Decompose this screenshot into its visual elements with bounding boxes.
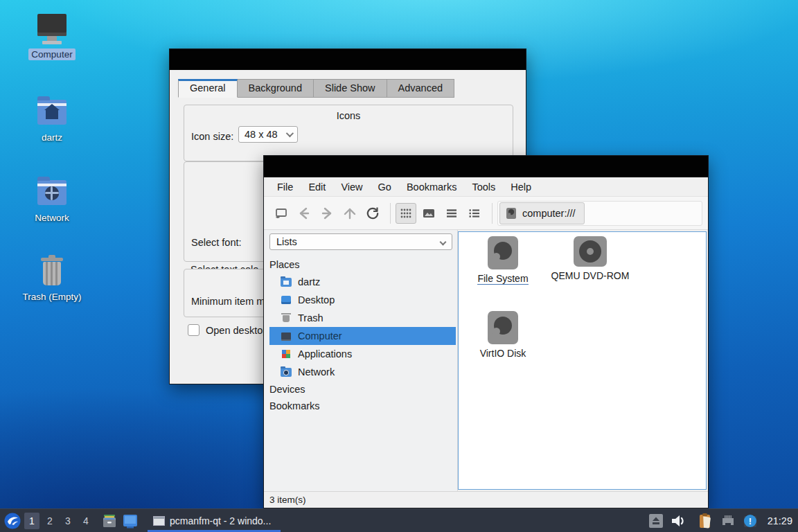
open-desktop-checkbox-row[interactable]: Open desktop xyxy=(188,324,268,336)
workspace-button-1[interactable]: 1 xyxy=(24,513,39,529)
up-icon[interactable] xyxy=(339,203,360,224)
dialog-titlebar[interactable] xyxy=(170,49,526,70)
home-folder-icon xyxy=(281,276,292,287)
trash-icon xyxy=(35,255,69,288)
forward-icon[interactable] xyxy=(317,203,337,224)
menu-bookmarks[interactable]: Bookmarks xyxy=(399,181,465,193)
workspace-button-4[interactable]: 4 xyxy=(78,513,94,529)
back-icon[interactable] xyxy=(294,203,314,224)
clock[interactable]: 21:29 xyxy=(768,515,792,526)
desktop-icon-trash[interactable]: Trash (Empty) xyxy=(14,255,90,303)
tab-advanced[interactable]: Advanced xyxy=(387,79,455,98)
desktop-icon-label: dartz xyxy=(39,132,65,143)
menu-edit[interactable]: Edit xyxy=(301,181,333,193)
window-titlebar[interactable] xyxy=(264,156,708,177)
tab-general[interactable]: General xyxy=(178,79,238,98)
sidebar-mode-combobox[interactable]: Lists xyxy=(269,233,452,250)
desktop-icon-home[interactable]: dartz xyxy=(14,96,90,143)
sidebar-item-computer[interactable]: Computer xyxy=(269,327,456,345)
thumbnail-view-icon[interactable] xyxy=(418,203,439,224)
minimum-item-margins-label: Minimum item m xyxy=(191,296,265,307)
tab-slide-show[interactable]: Slide Show xyxy=(314,79,387,98)
desktop-icon-computer[interactable]: Computer xyxy=(14,12,90,60)
detailed-list-view-icon[interactable] xyxy=(464,203,485,224)
network-folder-icon xyxy=(35,176,69,209)
sidebar-item-desktop[interactable]: Desktop xyxy=(269,291,457,309)
taskbar-window-button[interactable]: pcmanfm-qt - 2 windo... xyxy=(146,509,282,532)
lxqt-menu-icon[interactable] xyxy=(3,512,21,530)
hard-drive-icon xyxy=(488,236,518,269)
system-tray: ! 21:29 xyxy=(648,512,798,530)
file-item-qemu-dvd-rom[interactable]: QEMU DVD-ROM xyxy=(549,236,632,281)
volume-icon[interactable] xyxy=(669,512,687,530)
menu-view[interactable]: View xyxy=(333,181,370,193)
optical-disc-icon xyxy=(574,236,607,267)
window-icon xyxy=(153,516,165,526)
sidebar-item-trash[interactable]: Trash xyxy=(269,309,457,327)
sidebar-item-applications[interactable]: Applications xyxy=(269,345,457,363)
devices-header: Devices xyxy=(269,381,457,398)
tab-background[interactable]: Background xyxy=(238,79,314,98)
path-segment-button[interactable]: computer:/// xyxy=(499,202,585,224)
icon-view-icon[interactable] xyxy=(396,203,416,224)
network-folder-icon xyxy=(281,366,292,378)
sidebar-item-label: Applications xyxy=(298,348,352,360)
icons-groupbox: Icons Icon size: 48 x 48 xyxy=(184,105,513,161)
menu-file[interactable]: File xyxy=(269,181,301,193)
file-item-label: QEMU DVD-ROM xyxy=(551,270,630,281)
checkbox[interactable] xyxy=(188,324,200,336)
desktop: Computer dartz Network Trash (Empty) Gen… xyxy=(0,0,798,532)
places-header: Places xyxy=(269,256,457,273)
home-folder-icon xyxy=(35,96,69,129)
active-task-underline xyxy=(148,530,281,532)
menu-tools[interactable]: Tools xyxy=(464,181,503,193)
clipboard-icon[interactable] xyxy=(696,512,714,530)
desktop-launcher-icon[interactable] xyxy=(121,512,139,530)
compact-view-icon[interactable] xyxy=(441,203,462,224)
svg-text:!: ! xyxy=(749,516,752,526)
open-desktop-label: Open desktop xyxy=(206,325,268,336)
sidebar-item-label: Network xyxy=(298,366,335,378)
icon-size-label: Icon size: xyxy=(191,131,233,142)
path-text: computer:/// xyxy=(522,208,576,219)
chevron-down-icon xyxy=(285,130,293,137)
sidebar-item-label: Computer xyxy=(298,330,342,342)
desktop-icon-label: Network xyxy=(32,212,72,224)
toolbar-separator xyxy=(390,203,391,224)
path-bar[interactable]: computer:/// xyxy=(497,201,702,226)
file-manager-launcher-icon[interactable] xyxy=(100,512,118,530)
menu-go[interactable]: Go xyxy=(371,181,399,193)
sidebar-item-label: dartz xyxy=(298,276,320,287)
network-icon[interactable] xyxy=(719,512,737,530)
eject-icon[interactable] xyxy=(648,512,664,530)
applications-icon xyxy=(281,348,292,360)
file-item-file-system[interactable]: File System xyxy=(461,236,544,285)
fm-content: Lists Places dartz Desktop Trash xyxy=(264,230,708,491)
folder-view[interactable]: File System QEMU DVD-ROM VirtIO Disk xyxy=(458,231,707,490)
workspace-button-3[interactable]: 3 xyxy=(60,513,76,529)
desktop-icon-label: Trash (Empty) xyxy=(19,291,84,303)
computer-icon xyxy=(281,330,292,342)
icon-size-combobox[interactable]: 48 x 48 xyxy=(238,126,298,143)
groupbox-title: Icons xyxy=(184,110,513,121)
sidebar-item-label: Desktop xyxy=(298,294,335,305)
workspace-button-2[interactable]: 2 xyxy=(42,513,57,529)
status-text: 3 item(s) xyxy=(269,495,306,505)
sidebar-item-home[interactable]: dartz xyxy=(269,273,457,291)
pcmanfm-window: File Edit View Go Bookmarks Tools Help xyxy=(263,155,709,508)
notification-icon[interactable]: ! xyxy=(742,513,759,529)
taskbar: 1 2 3 4 pcmanfm-qt - 2 windo... xyxy=(0,508,798,532)
new-window-icon[interactable] xyxy=(271,203,292,224)
sidebar-item-label: Trash xyxy=(298,312,323,323)
desktop-icon-label: Computer xyxy=(28,48,75,60)
menubar: File Edit View Go Bookmarks Tools Help xyxy=(264,177,708,197)
reload-icon[interactable] xyxy=(362,203,383,224)
desktop-icon-network[interactable]: Network xyxy=(14,176,90,224)
sidebar-item-network[interactable]: Network xyxy=(269,363,457,381)
toolbar-separator xyxy=(492,203,493,224)
menu-help[interactable]: Help xyxy=(503,181,539,193)
file-item-virtio-disk[interactable]: VirtIO Disk xyxy=(461,311,544,359)
file-item-label: VirtIO Disk xyxy=(480,348,526,359)
bookmarks-header: Bookmarks xyxy=(269,398,457,414)
select-font-label: Select font: xyxy=(191,237,242,248)
